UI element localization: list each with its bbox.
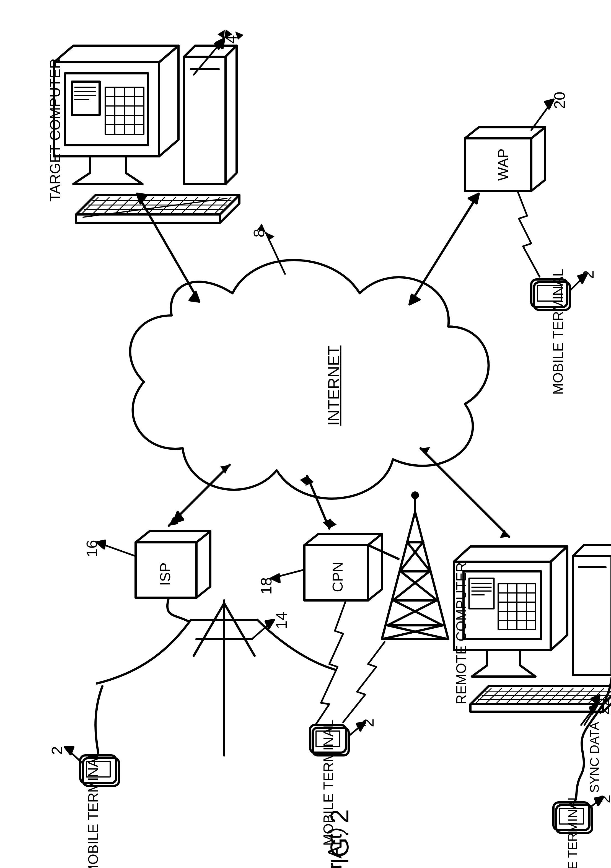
svg-line-104 <box>547 688 563 704</box>
ref-22: 22 <box>595 698 611 715</box>
svg-rect-95 <box>573 556 611 675</box>
svg-line-72 <box>388 600 437 625</box>
figure-subtitle: (Prior Art) <box>324 827 346 868</box>
wap-label: WAP <box>495 149 512 181</box>
ref-8: 8 <box>250 229 268 237</box>
svg-point-62 <box>413 493 418 498</box>
internet-label: INTERNET <box>324 346 343 426</box>
svg-line-3 <box>307 476 329 529</box>
ref-2-wap: 2 <box>579 270 597 279</box>
svg-line-102 <box>527 688 542 704</box>
svg-line-52 <box>194 603 224 656</box>
svg-line-101 <box>516 688 532 704</box>
mobile-label-remote: MOBILE TERMINAL <box>565 794 580 868</box>
svg-line-4 <box>420 448 509 537</box>
svg-line-73 <box>388 625 448 639</box>
ref-14: 14 <box>272 612 290 629</box>
ref-2-cpn: 2 <box>359 719 377 727</box>
svg-line-71 <box>394 600 443 625</box>
svg-line-98 <box>485 688 501 704</box>
ref-2-isp: 2 <box>48 746 66 755</box>
svg-line-53 <box>224 603 254 656</box>
ref-20: 20 <box>551 91 568 109</box>
sync-data-label: SYNC DATA <box>587 722 602 793</box>
svg-line-100 <box>506 688 522 704</box>
cpn-label: CPN <box>329 562 346 592</box>
ref-2-remote: 2 <box>596 795 611 803</box>
svg-line-106 <box>568 688 583 704</box>
svg-rect-21 <box>184 57 225 184</box>
ref-4: 4 <box>222 35 240 44</box>
ref-18: 18 <box>257 577 275 594</box>
isp-label: ISP <box>157 563 174 586</box>
svg-line-103 <box>537 688 553 704</box>
svg-line-107 <box>578 688 594 704</box>
svg-line-74 <box>382 625 443 639</box>
target-computer-label: TARGET COMPUTER <box>47 58 64 202</box>
svg-line-1 <box>409 194 479 304</box>
svg-line-99 <box>496 688 512 704</box>
mobile-label-wap: MOBILE TERMINAL <box>550 269 566 395</box>
mobile-label-isp: MOBILE TERMINAL <box>85 750 101 868</box>
ref-16: 16 <box>83 540 101 557</box>
svg-line-75 <box>368 545 399 559</box>
remote-computer-label: REMOTE COMPUTER <box>453 562 469 704</box>
svg-line-105 <box>557 688 573 704</box>
